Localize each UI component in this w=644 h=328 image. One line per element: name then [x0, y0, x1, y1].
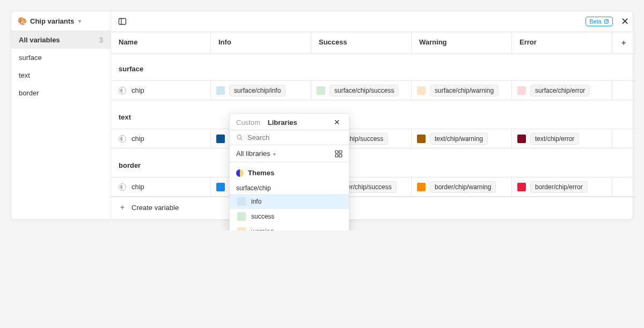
column-success[interactable]: Success — [311, 32, 412, 54]
variable-row[interactable]: chipsurface/chip/infosurface/chip/succes… — [111, 80, 635, 100]
library-section[interactable]: Themes — [230, 165, 349, 181]
sidebar-item[interactable]: surface — [11, 49, 111, 66]
table-header: Name Info Success Warning Error ＋ — [111, 32, 635, 54]
svg-point-2 — [237, 135, 241, 139]
swatch — [237, 227, 246, 230]
toolbar: Beta ✕ — [111, 11, 635, 32]
column-info[interactable]: Info — [211, 32, 311, 54]
library-picker-popover: Custom Libraries ✕ All libraries ▾ Theme… — [229, 113, 349, 230]
value-cell[interactable]: surface/chip/error — [512, 81, 612, 100]
collection-header[interactable]: 🎨 Chip variants ▾ — [11, 11, 111, 31]
value-cell[interactable]: surface/chip/info — [211, 81, 311, 100]
plus-icon: ＋ — [119, 203, 126, 212]
sidebar-item[interactable]: text — [11, 66, 111, 84]
swatch — [237, 212, 246, 221]
library-filter[interactable]: All libraries ▾ — [236, 150, 276, 158]
svg-rect-7 — [339, 154, 342, 157]
column-warning[interactable]: Warning — [412, 32, 512, 54]
popover-item[interactable]: success — [230, 209, 349, 224]
swatch — [417, 135, 426, 143]
library-section-label: Themes — [248, 169, 274, 177]
variable-name: chip — [131, 183, 144, 191]
search-input[interactable] — [247, 133, 342, 141]
group-header[interactable]: text — [111, 102, 635, 129]
swatch — [517, 135, 526, 143]
color-variable-icon — [119, 87, 126, 94]
group-header[interactable]: surface — [111, 54, 635, 80]
popover-item[interactable]: warning — [230, 224, 349, 230]
variable-name: chip — [131, 86, 144, 94]
popover-item-label: info — [251, 198, 261, 205]
value-token: text/chip/warning — [430, 133, 488, 145]
search-icon — [236, 134, 243, 141]
svg-rect-4 — [335, 151, 338, 153]
variable-name: chip — [131, 135, 144, 143]
swatch — [517, 86, 526, 95]
svg-rect-5 — [339, 151, 342, 153]
value-token: surface/chip/info — [229, 85, 286, 96]
value-token: border/chip/error — [530, 181, 588, 193]
chevron-down-icon: ▾ — [78, 18, 81, 24]
swatch — [237, 197, 246, 206]
sidebar-item-label: All variables — [19, 36, 60, 44]
svg-rect-6 — [335, 154, 338, 157]
sidebar: 🎨 Chip variants ▾ All variables3surfacet… — [11, 11, 111, 219]
swatch — [216, 183, 225, 191]
close-icon[interactable]: ✕ — [619, 16, 630, 27]
swatch — [216, 135, 225, 143]
swatch — [517, 183, 526, 191]
color-variable-icon — [119, 135, 126, 143]
value-cell[interactable]: surface/chip/warning — [412, 81, 512, 100]
column-name: Name — [111, 32, 211, 54]
value-cell[interactable]: surface/chip/success — [311, 81, 412, 100]
value-cell[interactable]: border/chip/warning — [412, 177, 512, 196]
create-variable-button[interactable]: ＋ Create variable — [111, 197, 635, 218]
add-mode-button[interactable]: ＋ — [612, 32, 635, 54]
popover-item-label: warning — [251, 228, 274, 230]
popover-item-label: success — [251, 213, 274, 220]
popover-close-icon[interactable]: ✕ — [332, 118, 342, 126]
palette-icon: 🎨 — [18, 17, 27, 25]
sidebar-item-label: surface — [19, 54, 42, 62]
sidebar-item-label: text — [19, 71, 30, 79]
value-cell[interactable]: border/chip/error — [512, 177, 612, 196]
swatch — [216, 86, 225, 95]
collection-title: Chip variants — [30, 17, 74, 25]
external-link-icon — [604, 19, 609, 24]
tab-libraries[interactable]: Libraries — [268, 118, 297, 126]
value-token: text/chip/error — [530, 133, 579, 145]
swatch — [417, 86, 426, 95]
group-header[interactable]: border — [111, 151, 635, 177]
variable-row[interactable]: chiptext/chip/infotext/chip/successtext/… — [111, 129, 635, 148]
table-body: surfacechipsurface/chip/infosurface/chip… — [111, 54, 635, 197]
svg-line-3 — [241, 139, 243, 140]
beta-badge[interactable]: Beta — [586, 17, 613, 26]
grid-view-icon[interactable] — [335, 150, 342, 158]
value-token: surface/chip/error — [530, 85, 590, 96]
variable-row[interactable]: chipborder/chip/infoborder/chip/successb… — [111, 177, 635, 197]
sidebar-item[interactable]: border — [11, 84, 111, 102]
chevron-down-icon: ▾ — [273, 151, 276, 157]
tab-custom[interactable]: Custom — [236, 118, 260, 126]
beta-label: Beta — [589, 18, 602, 25]
sidebar-item[interactable]: All variables3 — [11, 31, 111, 49]
popover-item[interactable]: info — [230, 194, 349, 209]
value-token: surface/chip/warning — [430, 85, 499, 96]
plus-icon: ＋ — [620, 38, 627, 48]
popover-group-label: surface/chip — [230, 181, 349, 194]
sidebar-item-count: 3 — [99, 36, 103, 44]
themes-icon — [236, 169, 244, 177]
swatch — [417, 183, 426, 191]
value-cell[interactable]: text/chip/warning — [412, 129, 512, 148]
swatch — [317, 86, 325, 95]
value-token: border/chip/warning — [430, 181, 496, 193]
variables-panel: 🎨 Chip variants ▾ All variables3surfacet… — [11, 11, 633, 220]
column-error[interactable]: Error — [512, 32, 612, 54]
sidebar-toggle-icon[interactable] — [116, 16, 128, 27]
value-cell[interactable]: text/chip/error — [512, 129, 612, 148]
main: Beta ✕ Name Info Success Warning Error ＋… — [111, 11, 635, 219]
value-token: surface/chip/success — [330, 85, 399, 96]
svg-rect-0 — [119, 19, 126, 25]
color-variable-icon — [119, 183, 126, 191]
create-variable-label: Create variable — [131, 204, 179, 212]
